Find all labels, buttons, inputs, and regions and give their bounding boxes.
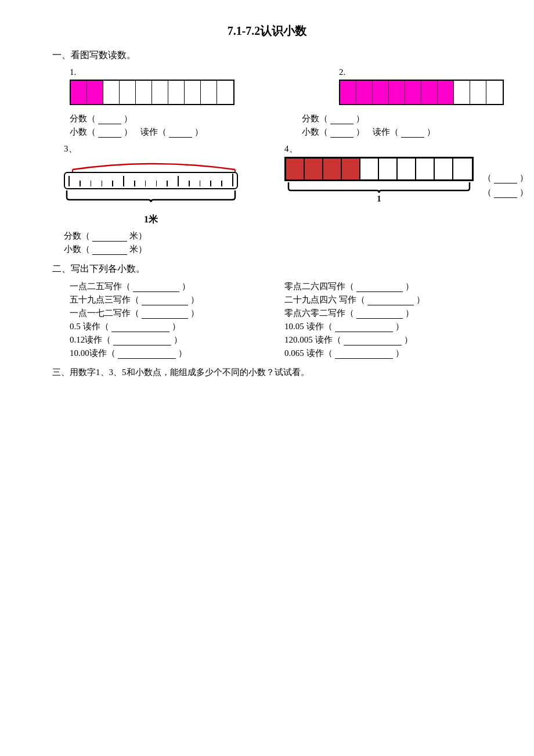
diag3-xiaoshu-blank[interactable] [92,244,127,255]
fig1-cell-9 [201,81,217,104]
fig2-fenshu-line: 分数（） [302,113,499,124]
diag4-field2: （） [483,187,528,198]
diag3-fenshu: 分数（米） [64,231,147,242]
row6-left-blank[interactable] [118,348,176,359]
section2-row2: 五十九点三写作（） 二十九点四六 写作（） [70,294,499,305]
fig2-cell-6 [421,81,438,104]
section3-header: 三、用数字1、3、5和小数点，能组成多少个不同的小数？试试看。 [52,367,499,378]
row4-right: 10.05 读作（） [284,321,499,332]
fig1-cell-7 [168,81,185,104]
diagram3: 3、 [64,143,238,255]
row1-left-blank[interactable] [133,282,179,292]
tick-2 [91,181,92,186]
row3-right-blank[interactable] [356,308,403,319]
fig1-xiaoshu-line: 小数（） 读作（） [70,127,267,138]
page-title: 7.1-7.2认识小数 [35,23,499,39]
row1-right: 零点二六四写作（） [284,281,499,292]
row6-right-blank[interactable] [335,348,393,359]
row5-right-blank[interactable] [344,335,402,345]
section2-row6: 10.00读作（） 0.065 读作（） [70,348,499,359]
row4-left-blank[interactable] [111,322,169,332]
block4-white-1 [360,159,379,179]
fig3-label: 3、 [64,143,77,154]
row2-right-blank[interactable] [367,295,414,305]
section2-row5: 0.12读作（） 120.005 读作（） [70,334,499,345]
row6-left: 10.00读作（） [70,348,284,359]
row1-right-blank[interactable] [356,282,403,292]
section2: 二、写出下列各小数。 一点二五写作（） 零点二六四写作（） 五十九点三写作（） … [35,263,499,359]
section3: 三、用数字1、3、5和小数点，能组成多少个不同的小数？试试看。 [52,367,499,378]
diag4-blank2[interactable] [494,188,517,198]
fig2-cell-7 [438,81,454,104]
tick-13 [210,181,211,186]
fig1-cell-4 [120,81,136,104]
fig2-xiaoshu-line: 小数（） 读作（） [302,127,499,138]
tick-10 [178,176,179,186]
fig1-cell-1 [71,81,87,104]
section2-row1: 一点二五写作（） 零点二六四写作（） [70,281,499,292]
fig2-cell-2 [356,81,373,104]
section2-header: 二、写出下列各小数。 [52,263,499,275]
diag4-blank1[interactable] [494,173,517,183]
fig2-duzuo-blank[interactable] [401,127,424,138]
fig1-bar [70,80,234,105]
diag3-fenshu-blank[interactable] [92,231,127,242]
tick-7 [145,181,146,186]
block4-label: 1 [377,194,381,204]
ruler-bottom-brace [64,189,238,202]
row6-right: 0.065 读作（） [284,348,499,359]
fig2-fields: 分数（） 小数（） 读作（） [302,113,499,138]
fig1-label: 1. [70,67,76,77]
fig2-cell-1 [340,81,356,104]
fig1-fenshu-blank[interactable] [98,114,121,124]
diag3-fields: 分数（米） 小数（米） [64,231,147,255]
fig2-cell-3 [373,81,389,104]
diag4-field1: （） [483,172,528,183]
ruler-brace-svg [67,157,241,173]
fig2-cell-8 [454,81,470,104]
figure2: 2. [339,67,504,105]
row2-right: 二十九点四六 写作（） [284,294,499,305]
tick-5 [123,176,124,186]
diagram4-wrapper: 4、 1 （） [284,143,528,204]
tick-0 [68,176,70,186]
row4-right-blank[interactable] [335,322,393,332]
fig1-fields: 分数（） 小数（） 读作（） [70,113,267,138]
ruler-label: 1米 [144,214,158,226]
diag4-fields: （） （） [483,172,528,198]
fig1-cell-6 [152,81,168,104]
fig1-xiaoshu-blank[interactable] [98,127,121,138]
row3-left-blank[interactable] [142,308,188,319]
fig1-cell-8 [185,81,201,104]
diag3-xiaoshu: 小数（米） [64,244,147,255]
block4-red-2 [305,159,323,179]
fig2-cell-5 [405,81,421,104]
row3-left: 一点一七二写作（） [70,308,284,319]
row5-left-blank[interactable] [113,335,171,345]
row2-left: 五十九点三写作（） [70,294,284,305]
fig1-fenshu-line: 分数（） [70,113,267,124]
section2-row3: 一点一七二写作（） 零点六零二写作（） [70,308,499,319]
tick-6 [134,181,135,186]
tick-8 [156,181,157,186]
fig1-duzuo-blank[interactable] [169,127,192,138]
row2-left-blank[interactable] [142,295,188,305]
tick-4 [112,181,113,186]
fig2-bar [339,80,504,105]
fig2-cell-4 [389,81,405,104]
block4-white-4 [416,159,435,179]
fig2-xiaoshu-blank[interactable] [330,127,353,138]
row5-right: 120.005 读作（） [284,334,499,345]
block4-white-5 [435,159,453,179]
block4-red-4 [342,159,360,179]
block4-white-6 [453,159,472,179]
row3-right: 零点六零二写作（） [284,308,499,319]
ruler-visual [64,157,238,197]
fig1-fenshu-label: 分数（ [70,113,96,124]
fig2-fenshu-blank[interactable] [330,114,353,124]
fig1-cell-10 [217,81,233,104]
fig4-label: 4、 [284,143,298,154]
row5-left: 0.12读作（） [70,334,284,345]
tick-3 [102,181,103,186]
block4-brace [286,181,472,193]
